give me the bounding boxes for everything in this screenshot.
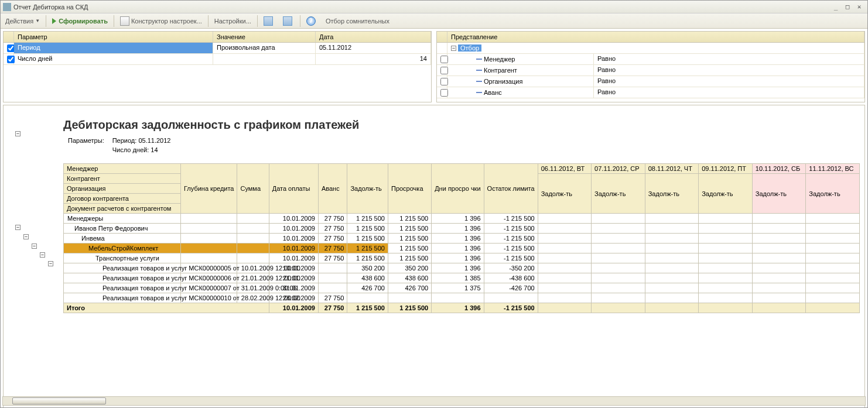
row-label: Менеджеры [64,214,181,224]
cell-avans [318,263,347,273]
report-params: Параметры:Период: 05.11.2012 Число дней:… [63,135,175,155]
th-summa: Сумма [237,164,269,214]
cell-dni [432,293,484,303]
cell-prosrochka: 1 215 500 [388,234,431,244]
expand-btn[interactable]: − [15,131,20,136]
row-label: Реализация товаров и услуг МСК00000006 о… [64,273,181,283]
table-row[interactable]: Инвема 10.01.2009 27 750 1 215 500 1 215… [64,234,860,244]
table-row[interactable]: Менеджеры 10.01.2009 27 750 1 215 500 1 … [64,214,860,224]
chevron-down-icon: ▼ [35,18,40,23]
expand-btn[interactable]: − [23,234,29,239]
param-row[interactable]: Число дней 14 [4,54,431,65]
table-row[interactable]: Реализация товаров и услуг МСК00000005 о… [64,263,860,273]
filter-cond: Равно [594,76,864,87]
cell-dataopl: 10.01.2009 [269,253,318,263]
row-label: Инвема [64,234,181,244]
scrollbar-thumb[interactable] [12,397,106,404]
param-days: Число дней: 14 [109,146,175,154]
separator [114,15,114,27]
form-button[interactable]: Сформировать [49,15,111,28]
cell-zadolzh: 1 215 500 [347,253,388,263]
help-button[interactable]: ? [303,15,321,28]
cell-prosrochka: 438 600 [388,273,431,283]
filter-row[interactable]: Аванс Равно [437,87,864,98]
filter-panel: Представление −Отбор Менеджер Равно Конт… [436,31,865,102]
filter-row[interactable]: Контрагент Равно [437,65,864,76]
param-value [213,54,316,64]
table-row[interactable]: Реализация товаров и услуг МСК00000007 о… [64,283,860,293]
magnify-button[interactable] [260,15,278,28]
th-zadolzh3: Задолж-ть [645,174,699,214]
th-zadolzh5: Задолж-ть [752,174,806,214]
th-date: 09.11.2012, ПТ [699,164,753,174]
filter-root-row[interactable]: −Отбор [437,43,864,54]
report-title: Дебиторская задолженность с графиком пла… [63,118,860,132]
magnify-icon [264,16,273,26]
cell-zadolzh: 1 215 500 [347,244,388,253]
th-zadolzh2: Задолж-ть [592,174,645,214]
cell-ostatok: -438 600 [484,273,538,283]
filter-cond: Равно [594,87,864,98]
report-area[interactable]: Дебиторская задолженность с графиком пла… [3,105,865,408]
param-period: Период: 05.11.2012 [109,136,175,145]
table-row[interactable]: Реализация товаров и услуг МСК00000010 о… [64,293,860,303]
separator [46,15,46,27]
expand-btn[interactable]: − [32,244,37,249]
scrollbar-horizontal[interactable] [2,396,866,406]
window-title: Отчет Дебиторка на СКД [13,4,830,11]
filter-label: Менеджер [447,54,594,64]
cell-dni: 1 396 [432,224,484,234]
table-row[interactable]: Реализация товаров и услуг МСК00000006 о… [64,273,860,283]
cell-prosrochka: 426 700 [388,283,431,293]
cell-zadolzh: 1 215 500 [347,214,388,224]
cell-ostatok: -1 215 500 [484,253,538,263]
cell-avans [318,283,347,293]
th-contract: Договор контрагента [64,194,181,204]
form-label: Сформировать [59,18,108,25]
cell-dataopl: 10.01.2009 [269,234,318,244]
filter-row[interactable]: Менеджер Равно [437,54,864,65]
th-contragent: Контрагент [64,174,181,184]
cell-avans: 27 750 [318,214,347,224]
cell-avans: 27 750 [318,224,347,234]
close-button[interactable]: ✕ [853,2,865,12]
table-row[interactable]: МебельСтройКомплект 10.01.2009 27 750 1 … [64,244,860,253]
actions-menu[interactable]: Действия▼ [2,15,43,28]
separator [208,15,209,27]
dash-icon [476,92,482,93]
table-row[interactable]: Транспортные услуги 10.01.2009 27 750 1 … [64,253,860,263]
row-label: Транспортные услуги [64,253,181,263]
cell-prosrochka: 350 200 [388,263,431,273]
th-zadolzh6: Задолж-ть [806,174,860,214]
maximize-button[interactable]: □ [842,2,853,12]
param-row[interactable]: Период Произвольная дата 05.11.2012 [4,43,431,54]
dash-icon [476,59,482,60]
th-org: Организация [64,184,181,194]
row-label: Иванов Петр Федорович [64,224,181,234]
row-label: Реализация товаров и услуг МСК00000010 о… [64,293,181,303]
expand-btn[interactable]: − [40,252,45,258]
filter-row[interactable]: Организация Равно [437,76,864,87]
cell-zadolzh: 350 200 [347,263,388,273]
th-date: 08.11.2012, ЧТ [645,164,699,174]
magnify2-button[interactable] [279,15,298,28]
collapse-icon[interactable]: − [451,46,456,51]
minimize-button[interactable]: _ [830,2,842,12]
cell-avans: 27 750 [318,244,347,253]
cell-dataopl: 10.01.2009 [269,224,318,234]
settings-button[interactable]: Настройки... [211,15,255,28]
cell-ostatok: -1 215 500 [484,234,538,244]
cell-avans: 27 750 [318,253,347,263]
expand-btn[interactable]: − [48,261,53,266]
expand-btn[interactable]: − [15,225,20,230]
th-avans: Аванс [318,164,347,214]
table-row[interactable]: Иванов Петр Федорович 10.01.2009 27 750 … [64,224,860,234]
filter-button[interactable]: Отбор сомнительных [322,15,393,28]
param-date: 14 [316,54,431,64]
footer-label: Итого [64,303,269,313]
footer-zadolzh: 1 215 500 [347,303,388,313]
param-name: Число дней [14,54,213,64]
separator [300,15,300,27]
constructor-button[interactable]: Конструктор настроек... [117,15,206,28]
dash-icon [476,81,482,82]
